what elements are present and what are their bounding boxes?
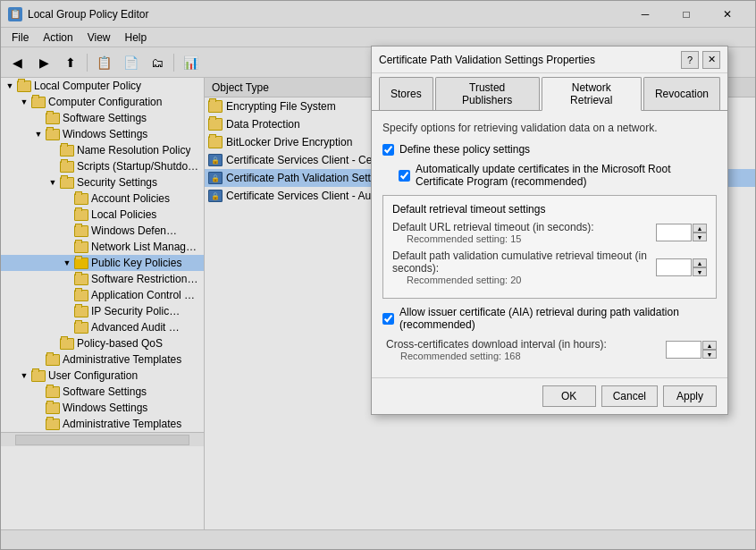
field1-input[interactable]: 15: [656, 224, 692, 241]
field1-spinner-buttons: ▲ ▼: [693, 224, 707, 241]
aia-checkbox[interactable]: [382, 313, 394, 325]
field1-label: Default URL retrieval timeout (in second…: [392, 221, 656, 244]
cross-cert-input[interactable]: 168: [666, 341, 701, 359]
field1-row: Default URL retrieval timeout (in second…: [392, 221, 707, 244]
field1-up[interactable]: ▲: [693, 224, 707, 233]
field2-row: Default path validation cumulative retri…: [392, 250, 707, 285]
tab-network-retrieval[interactable]: Network Retrieval: [542, 77, 642, 111]
field2-input[interactable]: 20: [656, 258, 692, 276]
section-title: Default retrieval timeout settings: [392, 203, 707, 216]
dialog-tabs: Stores Trusted Publishers Network Retrie…: [372, 73, 727, 111]
tab-trusted-publishers[interactable]: Trusted Publishers: [435, 77, 540, 110]
auto-update-label: Automatically update certificates in the…: [416, 163, 717, 188]
field2-down[interactable]: ▼: [693, 267, 707, 276]
cross-cert-spinner: 168 ▲ ▼: [666, 341, 717, 359]
auto-update-row: Automatically update certificates in the…: [399, 163, 717, 188]
cancel-button[interactable]: Cancel: [601, 385, 658, 407]
field2-up[interactable]: ▲: [693, 258, 707, 267]
dialog-close-button[interactable]: ✕: [702, 51, 720, 69]
auto-update-checkbox[interactable]: [399, 170, 410, 182]
field1-spinner: 15 ▲ ▼: [656, 224, 707, 241]
dialog-content: Specify options for retrieving validatio…: [372, 111, 727, 377]
dialog-help-button[interactable]: ?: [681, 51, 699, 69]
dialog-title: Certificate Path Validation Settings Pro…: [379, 54, 681, 66]
tab-stores[interactable]: Stores: [379, 77, 433, 110]
cross-cert-row: Cross-certificates download interval (in…: [382, 338, 717, 361]
dialog-controls: ? ✕: [681, 51, 720, 69]
define-checkbox-row: Define these policy settings: [382, 143, 717, 156]
field2-spinner: 20 ▲ ▼: [656, 258, 707, 276]
dialog-title-bar: Certificate Path Validation Settings Pro…: [372, 47, 727, 73]
cross-cert-label: Cross-certificates download interval (in…: [386, 338, 666, 361]
aia-row: Allow issuer certificate (AIA) retrieval…: [382, 306, 717, 331]
tab-revocation[interactable]: Revocation: [643, 77, 720, 110]
dialog-overlay: Certificate Path Validation Settings Pro…: [1, 1, 755, 549]
dialog: Certificate Path Validation Settings Pro…: [371, 46, 728, 415]
field2-spinner-buttons: ▲ ▼: [693, 258, 707, 276]
field1-down[interactable]: ▼: [693, 233, 707, 241]
define-checkbox-label: Define these policy settings: [399, 143, 530, 156]
dialog-footer: OK Cancel Apply: [372, 377, 727, 414]
ok-button[interactable]: OK: [542, 385, 596, 407]
timeout-section: Default retrieval timeout settings Defau…: [382, 195, 717, 299]
field2-label: Default path validation cumulative retri…: [392, 250, 656, 285]
cross-cert-spinner-buttons: ▲ ▼: [702, 341, 717, 359]
cross-cert-down[interactable]: ▼: [702, 350, 717, 359]
aia-label: Allow issuer certificate (AIA) retrieval…: [399, 306, 717, 331]
apply-button[interactable]: Apply: [663, 385, 717, 407]
define-checkbox[interactable]: [382, 144, 394, 156]
cross-cert-up[interactable]: ▲: [702, 341, 717, 350]
dialog-description: Specify options for retrieving validatio…: [382, 122, 717, 134]
main-window: 📋 Local Group Policy Editor ─ □ ✕ File A…: [0, 0, 756, 550]
